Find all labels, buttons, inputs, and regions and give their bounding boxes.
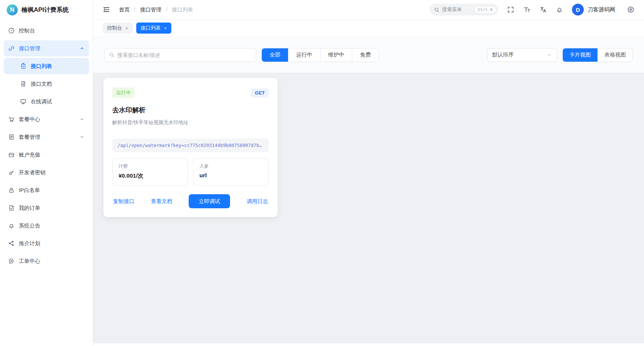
api-title: 去水印解析 [112,106,269,114]
clipboard-icon [20,63,27,69]
breadcrumb-separator: / [166,7,167,13]
breadcrumb-api-management[interactable]: 接口管理 [140,6,161,13]
status-badge: 运行中 [112,88,135,98]
dashboard-icon [8,27,15,34]
sort-dropdown[interactable]: 默认排序 [487,48,557,62]
sidebar-item-package-management[interactable]: 套餐管理 [4,129,89,145]
debug-now-button[interactable]: 立即调试 [189,194,230,208]
copy-api-button[interactable]: 复制接口 [113,198,134,205]
filter-all-button[interactable]: 全部 [262,48,288,62]
stat-value: url [199,172,263,179]
menu-search-placeholder: 搜索菜单 [442,6,472,13]
sidebar-item-dashboard[interactable]: 控制台 [4,23,89,39]
fullscreen-icon[interactable] [507,6,514,13]
view-docs-button[interactable]: 查看文档 [151,198,172,205]
lock-icon [8,187,15,193]
tab-label: 接口列表 [141,25,161,31]
breadcrumb-separator: / [134,7,136,13]
sidebar-item-api-docs[interactable]: 接口文档 [4,76,89,92]
api-card: 运行中 GET 去水印解析 解析抖音/快手等短视频无水印地址 /api/open… [103,78,278,217]
status-filter-group: 全部 运行中 维护中 免费 [261,48,379,62]
sidebar-item-account-recharge[interactable]: 账户充值 [4,147,89,163]
notification-bell-icon[interactable] [556,6,563,13]
menu-search-button[interactable]: 搜索菜单 Ctrl K [429,4,498,16]
app-title: 楠枫API计费系统 [21,6,69,14]
sidebar: N 楠枫API计费系统 控制台 接口管理 接口列表 接口文档 [0,0,93,346]
api-search-box [104,48,256,62]
sidebar-item-label: 工单中心 [19,258,40,265]
sidebar-item-label: 我的订单 [19,205,40,212]
tab-dashboard[interactable]: 控制台 × [103,23,133,34]
font-size-icon[interactable] [523,6,531,13]
close-icon[interactable]: × [164,26,167,31]
page-tabs: 控制台 × 接口列表 × [93,20,644,37]
search-icon [109,52,114,58]
stat-value: ¥0.001/次 [119,172,182,180]
view-toggle-group: 卡片视图 表格视图 [562,48,633,62]
filter-running-button[interactable]: 运行中 [288,48,320,62]
chevron-up-icon [79,46,85,51]
file-check-icon [8,205,15,211]
sidebar-item-developer-keys[interactable]: 开发者密钥 [4,164,89,181]
api-search-input[interactable] [117,52,251,58]
sidebar-item-label: 套餐管理 [19,134,40,141]
chevron-down-icon [79,134,85,140]
card-view-button[interactable]: 卡片视图 [563,48,597,62]
header-actions: 搜索菜单 Ctrl K D 刀客源码网 [429,4,634,16]
http-method-badge: GET [251,88,269,97]
bottom-strip [93,343,644,346]
sidebar-item-online-debug[interactable]: 在线调试 [4,93,89,110]
params-stat-box: 入参 url [193,158,269,186]
user-name: 刀客源码网 [588,6,615,13]
sidebar-item-ip-whitelist[interactable]: IP白名单 [4,182,89,198]
file-text-icon [20,80,27,87]
tab-api-list[interactable]: 接口列表 × [136,23,171,34]
main-content: 运行中 GET 去水印解析 解析抖音/快手等短视频无水印地址 /api/open… [93,73,644,343]
tab-label: 控制台 [107,25,122,31]
sidebar-item-announcements[interactable]: 系统公告 [4,217,89,234]
shortcut-badge: Ctrl K [474,6,496,14]
user-menu[interactable]: D 刀客源码网 [572,4,615,16]
chevron-down-icon [79,117,85,122]
sidebar-item-label: 控制台 [19,27,35,34]
filter-maintenance-button[interactable]: 维护中 [320,48,352,62]
sidebar-item-label: 接口管理 [19,45,40,52]
settings-gear-icon[interactable] [627,6,634,13]
sidebar-item-api-management[interactable]: 接口管理 [4,40,89,56]
app-logo-row: N 楠枫API计费系统 [0,0,93,20]
card-badge-row: 运行中 GET [112,88,269,98]
chat-icon [8,258,15,264]
search-icon [434,7,439,13]
sort-selected-value: 默认排序 [492,51,514,58]
sidebar-item-api-list[interactable]: 接口列表 [4,58,89,74]
sidebar-item-my-orders[interactable]: 我的订单 [4,200,89,216]
card-actions-row: 复制接口 查看文档 立即调试 调用日志 [112,194,269,208]
sidebar-item-ticket-center[interactable]: 工单中心 [4,253,89,269]
api-link-icon [8,45,15,52]
sidebar-item-label: 在线调试 [31,98,52,105]
breadcrumb-home[interactable]: 首页 [119,6,130,13]
monitor-icon [20,98,27,105]
billing-stat-box: 计费 ¥0.001/次 [112,158,188,186]
app-viewport: N 楠枫API计费系统 控制台 接口管理 接口列表 接口文档 [0,0,644,346]
cart-icon [8,116,15,123]
sidebar-item-label: 接口列表 [31,63,52,70]
close-icon[interactable]: × [126,26,129,31]
call-logs-button[interactable]: 调用日志 [247,198,268,205]
sidebar-collapse-icon[interactable] [103,6,110,13]
bell-icon [8,222,15,229]
sidebar-item-referral-program[interactable]: 推介计划 [4,235,89,251]
filter-toolbar: 全部 运行中 维护中 免费 默认排序 卡片视图 表格视图 [93,37,644,73]
key-icon [8,169,15,176]
sidebar-item-label: 接口文档 [31,80,52,88]
stat-label: 计费 [119,163,182,169]
sidebar-item-label: 系统公告 [19,222,40,229]
language-icon[interactable] [539,6,547,13]
table-view-button[interactable]: 表格视图 [597,48,633,62]
api-endpoint[interactable]: /api/open/watermark?key=cc775c0203144b9b… [112,138,269,152]
sidebar-item-label: IP白名单 [19,187,40,194]
sidebar-item-label: 开发者密钥 [19,169,46,176]
sidebar-item-label: 套餐中心 [19,116,40,123]
sidebar-item-package-center[interactable]: 套餐中心 [4,111,89,127]
filter-free-button[interactable]: 免费 [352,48,378,62]
